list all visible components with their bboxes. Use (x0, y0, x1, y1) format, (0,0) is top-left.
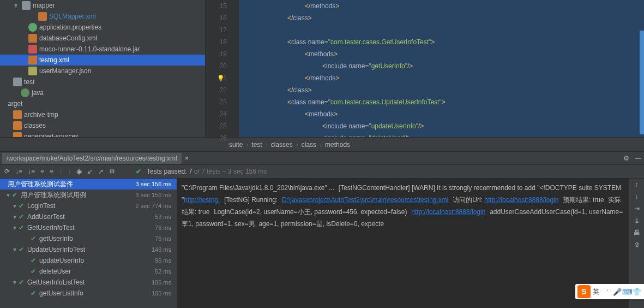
json-icon (28, 67, 37, 75)
tree-item[interactable]: testng.xml (0, 55, 205, 66)
minimize-icon[interactable]: — (632, 155, 644, 162)
clear-icon[interactable]: ⊘ (634, 241, 640, 248)
run-tab[interactable]: /workspace/muke/AutoTest2/src/main/resou… (2, 153, 182, 164)
check-icon: ✔ (19, 246, 24, 253)
test-suite-header[interactable]: 用户管理系统测试套件3 sec 156 ms (0, 179, 177, 189)
xml-icon (28, 56, 37, 64)
xml-icon (38, 12, 47, 21)
check-icon: ✔ (19, 279, 24, 286)
tree-item[interactable]: arget (0, 98, 205, 109)
editor-gutter: 15161718192021💡2223242526 (206, 0, 239, 137)
watch-icon[interactable]: ◉ (76, 168, 82, 175)
gear-icon[interactable]: ⚙ (109, 168, 115, 175)
test-row[interactable]: ✔deleteUser52 ms (0, 266, 177, 277)
prop-icon (28, 23, 37, 32)
run-panel-tabbar: /workspace/muke/AutoTest2/src/main/resou… (0, 151, 644, 165)
ime-mic-icon[interactable]: 🎤 (612, 288, 622, 296)
breadcrumb-item[interactable]: suite (229, 141, 243, 149)
export-icon[interactable]: ↗ (98, 168, 104, 175)
test-row[interactable]: ▾✔AddUserTest53 ms (0, 211, 177, 222)
prev-icon[interactable]: ↑ (59, 168, 62, 175)
gen-icon (13, 121, 22, 130)
tree-item[interactable]: SQLMapper.xml (0, 11, 205, 22)
check-icon: ✔ (19, 224, 24, 232)
breadcrumb-item[interactable]: classes (271, 141, 293, 149)
tree-item[interactable]: databaseConfig.xml (0, 33, 205, 44)
breadcrumb-item[interactable]: class (302, 141, 316, 149)
editor-breadcrumb[interactable]: suite›test›classes›class›methods (0, 137, 644, 151)
tree-item[interactable]: userManager.json (0, 66, 205, 76)
passed-icon: ✔ (136, 168, 141, 175)
check-icon: ✔ (12, 191, 17, 199)
check-icon: ✔ (31, 257, 36, 264)
settings-icon[interactable]: ⚙ (620, 155, 632, 162)
check-icon: ✔ (19, 213, 24, 221)
ime-skin-icon[interactable]: 👕 (632, 288, 642, 296)
up-icon[interactable]: ↑ (635, 181, 639, 188)
print-icon[interactable]: 🖶 (634, 229, 640, 236)
intention-bulb-icon[interactable]: 💡 (217, 72, 225, 84)
code-editor[interactable]: 15161718192021💡2223242526 </methods></cl… (206, 0, 644, 137)
expand-icon[interactable]: ≡ (40, 168, 44, 175)
collapse-icon[interactable]: ≡ (50, 168, 53, 175)
url-link-2[interactable]: http://localhost:8888/login (411, 208, 485, 216)
test-row[interactable]: ▾✔GetUserInfoTest76 ms (0, 222, 177, 233)
xml-icon (28, 34, 37, 43)
test-row[interactable]: ▾✔GetUserInfoListTest105 ms (0, 277, 177, 288)
editor-marker-bar (640, 31, 644, 134)
test-row[interactable]: ✔getUserListInfo105 ms (0, 288, 177, 299)
tree-item[interactable]: archive-tmp (0, 109, 205, 120)
check-icon: ✔ (31, 268, 36, 275)
scroll-icon[interactable]: ⤓ (634, 217, 640, 224)
wrap-icon[interactable]: ⇥ (634, 205, 640, 212)
tree-item[interactable]: java (0, 87, 205, 98)
breadcrumb-item[interactable]: test (251, 141, 262, 149)
test-row[interactable]: ✔updateUserInfo96 ms (0, 255, 177, 266)
next-icon[interactable]: ↓ (68, 168, 71, 175)
close-tab-icon[interactable]: × (182, 155, 192, 162)
check-icon: ✔ (19, 202, 24, 210)
tree-item[interactable]: application.properties (0, 22, 205, 33)
test-row[interactable]: ▾✔UpdateUserInfoTest148 ms (0, 244, 177, 255)
project-tree[interactable]: ▾mapperSQLMapper.xmlapplication.properti… (0, 0, 206, 137)
test-row[interactable]: ✔getUserInfo76 ms (0, 233, 177, 244)
folder-icon (13, 78, 22, 86)
tree-item[interactable]: test (0, 76, 205, 87)
filter-icon[interactable]: ↓≡ (28, 168, 35, 175)
doctype-link[interactable]: http://testng. (184, 196, 220, 204)
running-file-link[interactable]: D:\javaseproject\AutoTest2\src\main\reso… (282, 196, 448, 204)
sort-icon[interactable]: ↓≡ (15, 168, 22, 175)
test-toolbar: ⟳ ↓≡ ↓≡ ≡ ≡ ↑ ↓ ◉ ↙ ↗ ⚙ ✔ Tests passed: … (0, 165, 644, 179)
ime-lang[interactable]: 英 (593, 287, 599, 297)
tests-passed-label: Tests passed: 7 of 7 tests – 3 sec 156 m… (147, 168, 267, 175)
pkg-icon (21, 88, 29, 97)
gen-icon (13, 132, 22, 137)
url-link[interactable]: http://localhost:8888/login (484, 196, 558, 204)
test-row[interactable]: ▾✔LoginTest2 sec 774 ms (0, 200, 177, 211)
editor-code[interactable]: </methods></class> <class name="com.test… (239, 0, 644, 137)
breadcrumb-item[interactable]: methods (325, 141, 350, 149)
down-icon[interactable]: ↓ (635, 193, 639, 200)
ime-keyboard-icon[interactable]: ⌨ (622, 288, 632, 296)
check-icon: ✔ (31, 289, 36, 297)
test-tree[interactable]: 用户管理系统测试套件3 sec 156 ms ▾✔用户管理系统测试用例3 sec… (0, 179, 177, 308)
tree-item[interactable]: moco-runner-0.11.0-standalone.jar (0, 44, 205, 55)
gen-icon (13, 110, 22, 119)
tree-item[interactable]: generated-sources (0, 131, 205, 137)
history-icon[interactable]: ⟳ (4, 168, 10, 175)
tree-item[interactable]: ▾mapper (0, 0, 205, 11)
sogou-logo-icon: S (577, 285, 591, 298)
ime-menu-icon[interactable]: ▦ (642, 288, 644, 296)
folder-icon (22, 1, 31, 10)
test-row[interactable]: ▾✔用户管理系统测试用例3 sec 156 ms (0, 189, 177, 200)
ime-toolbar[interactable]: S 英 ' 🎤 ⌨ 👕 ▦ (575, 284, 644, 299)
console-output[interactable]: "C:\Program Files\Java\jdk1.8.0_202\bin\… (177, 179, 629, 308)
jar-icon (28, 45, 37, 54)
ime-comma-icon[interactable]: ' (603, 288, 612, 296)
import-icon[interactable]: ↙ (87, 168, 93, 175)
check-icon: ✔ (31, 235, 36, 242)
tree-item[interactable]: classes (0, 120, 205, 131)
